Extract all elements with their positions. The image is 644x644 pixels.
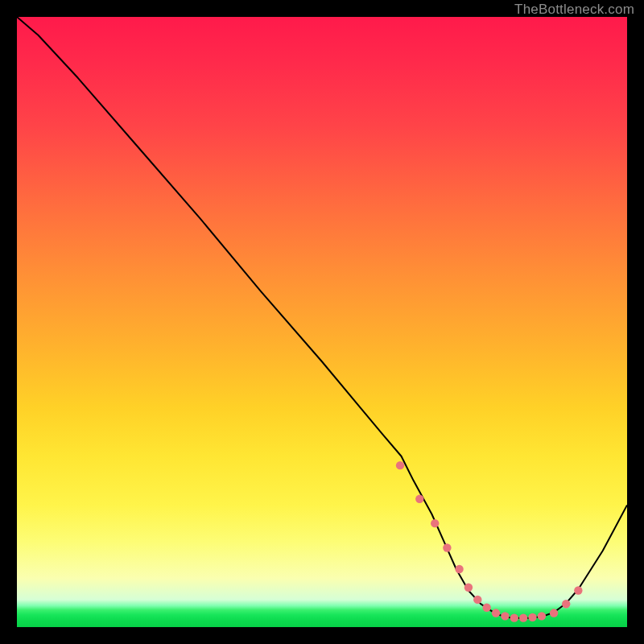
valley-marker [538, 612, 546, 620]
valley-marker [501, 612, 509, 620]
valley-marker [443, 543, 451, 551]
valley-marker [550, 609, 558, 617]
plot-area [17, 17, 627, 627]
valley-marker [528, 613, 536, 621]
curve-line [17, 17, 627, 618]
valley-marker [431, 519, 439, 527]
watermark-text: TheBottleneck.com [514, 2, 634, 18]
valley-marker [482, 604, 490, 612]
chart-svg [17, 17, 627, 627]
valley-marker [562, 600, 570, 608]
valley-marker [473, 596, 481, 604]
valley-marker [464, 584, 473, 592]
valley-marker [492, 609, 500, 617]
valley-marker [510, 613, 518, 621]
valley-marker [455, 565, 463, 573]
valley-marker [574, 586, 582, 594]
valley-marker [415, 495, 423, 503]
valley-marker [519, 613, 527, 621]
chart-stage: TheBottleneck.com [0, 0, 644, 644]
valley-marker [396, 461, 404, 469]
